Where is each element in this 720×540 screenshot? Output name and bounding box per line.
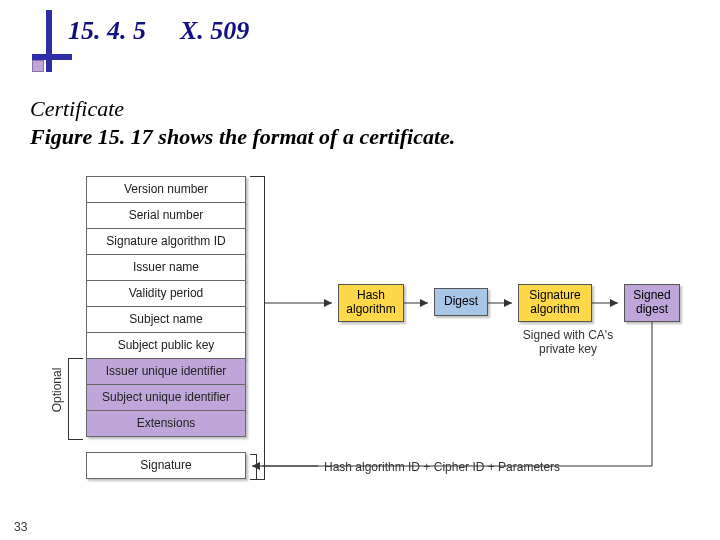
- svg-marker-5: [504, 299, 512, 307]
- diagram-arrows: [30, 176, 690, 506]
- slide: 15. 4. 5 X. 509 Certificate Figure 15. 1…: [0, 0, 720, 540]
- svg-marker-3: [420, 299, 428, 307]
- section-number: 15. 4. 5: [68, 16, 146, 46]
- svg-marker-7: [610, 299, 618, 307]
- svg-marker-1: [324, 299, 332, 307]
- certificate-diagram: Optional Version number Serial number Si…: [30, 176, 690, 506]
- svg-marker-8: [252, 462, 260, 470]
- title-accent-vertical: [46, 10, 52, 72]
- section-title: X. 509: [180, 16, 249, 46]
- body-subtitle: Certificate: [30, 96, 124, 122]
- title-accent-square: [32, 60, 44, 72]
- page-number: 33: [14, 520, 27, 534]
- body-text: Figure 15. 17 shows the format of a cert…: [30, 124, 455, 150]
